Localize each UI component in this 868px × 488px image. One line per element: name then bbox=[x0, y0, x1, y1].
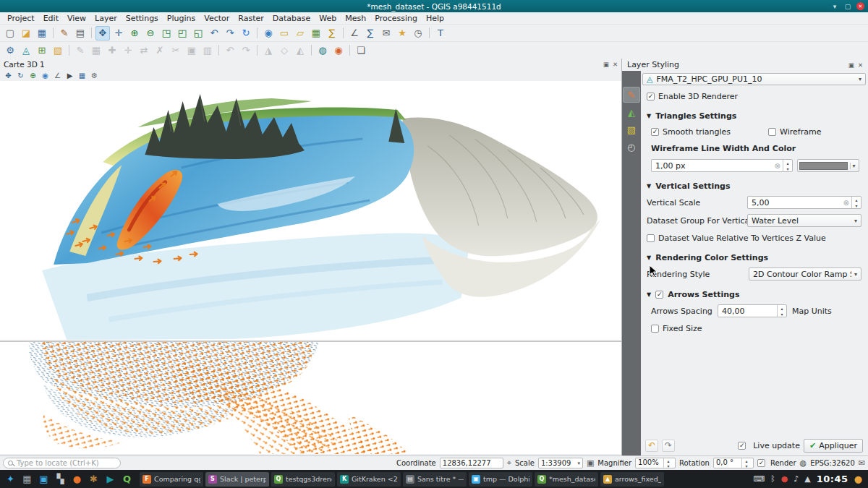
dataset-relative-checkbox[interactable] bbox=[647, 234, 655, 242]
pan-map-icon[interactable]: ✥ bbox=[95, 26, 110, 40]
toolbar-separator[interactable] bbox=[69, 45, 69, 56]
close-panel-icon[interactable]: ✕ bbox=[613, 61, 618, 68]
save-project-icon[interactable]: ▦ bbox=[35, 26, 49, 40]
spinner-control[interactable]: ▴▾ bbox=[851, 197, 861, 208]
maximize-icon[interactable]: ▢ bbox=[843, 2, 852, 11]
scale-combo[interactable]: 1:33909 ▾ bbox=[538, 458, 583, 468]
clock[interactable]: 10:45 bbox=[817, 474, 848, 484]
menu-item[interactable]: Processing bbox=[370, 14, 422, 23]
zoom-selection-icon[interactable]: ◱ bbox=[191, 26, 205, 40]
statistics-icon[interactable]: ∑ bbox=[363, 26, 378, 40]
map-2d-canvas[interactable] bbox=[0, 341, 621, 454]
arrows-section-header[interactable]: ▼ Arrows Settings bbox=[647, 290, 861, 299]
toolbar-separator[interactable] bbox=[311, 45, 312, 56]
data-source-manager-icon[interactable]: ▧ bbox=[51, 43, 65, 58]
coordinate-input[interactable]: 12836,12277 bbox=[440, 458, 503, 468]
open-project-icon[interactable]: ◪ bbox=[19, 26, 33, 40]
triangles-section-header[interactable]: ▼ Triangles Settings bbox=[647, 111, 861, 121]
undo-icon[interactable]: ↶ bbox=[223, 43, 237, 58]
crs-button[interactable]: EPSG:32620 bbox=[810, 459, 855, 467]
zoom-next-icon[interactable]: ↷ bbox=[223, 26, 237, 40]
keyboard-layout-icon[interactable]: ⌨ bbox=[753, 474, 765, 484]
spinner-control[interactable]: ▴▾ bbox=[783, 160, 792, 171]
zoom-out-icon[interactable]: ⊖ bbox=[143, 26, 158, 40]
map-3d-canvas[interactable] bbox=[0, 81, 621, 341]
menu-item[interactable]: Project bbox=[3, 14, 39, 23]
select-features-icon[interactable]: ▭ bbox=[277, 26, 292, 40]
toolbar-separator[interactable] bbox=[91, 27, 92, 38]
symbology-tab-icon[interactable]: ✎ bbox=[623, 87, 640, 103]
taskbar-window-firefox[interactable]: F Comparing qgi... bbox=[140, 472, 203, 487]
close-icon[interactable]: ✕ bbox=[856, 2, 864, 10]
zoom-last-icon[interactable]: ↶ bbox=[207, 26, 221, 40]
wireframe-width-input[interactable]: 1,00 px ⊗ ▴▾ bbox=[651, 159, 793, 172]
live-update-checkbox[interactable] bbox=[738, 442, 746, 450]
layout-manager-icon[interactable]: ▤ bbox=[73, 26, 88, 40]
browser-icon[interactable]: ● bbox=[69, 471, 85, 487]
apply-button[interactable]: ✔ Appliquer bbox=[804, 439, 863, 453]
move-feature-icon[interactable]: ⇄ bbox=[137, 43, 151, 58]
pager-icon[interactable]: ▦ bbox=[20, 471, 35, 487]
arrows-spacing-input[interactable]: 40,00 ▴▾ bbox=[718, 304, 787, 317]
layer-selector[interactable]: ◬ FMA_T2_HPC_GPU_PU1_10 ▾ bbox=[642, 73, 866, 85]
spinner-control[interactable]: ▴▾ bbox=[777, 305, 786, 317]
toolbar-separator[interactable] bbox=[257, 27, 258, 38]
menu-item[interactable]: View bbox=[63, 14, 90, 23]
taskbar-window-slack[interactable]: S Slack | peterp ... bbox=[205, 472, 269, 487]
redo-style-icon[interactable]: ↷ bbox=[662, 440, 675, 452]
animation-3d-icon[interactable]: ▶ bbox=[64, 71, 76, 81]
paste-features-icon[interactable]: ▥ bbox=[200, 43, 215, 58]
float-panel-icon[interactable]: ▣ bbox=[848, 61, 854, 69]
spinner-control[interactable]: ▴▾ bbox=[741, 458, 751, 468]
new-bookmark-icon[interactable]: ★ bbox=[395, 26, 409, 40]
zoom-layer-icon[interactable]: ◰ bbox=[175, 26, 190, 40]
qgis-launcher-icon[interactable]: Q bbox=[119, 471, 135, 487]
menu-item[interactable]: Layer bbox=[90, 14, 122, 23]
geocoder-icon[interactable]: ◉ bbox=[331, 43, 346, 58]
copy-features-icon[interactable]: ▣ bbox=[184, 43, 199, 58]
toolbar-separator[interactable] bbox=[349, 45, 350, 56]
terminal-icon[interactable]: ▚ bbox=[53, 471, 68, 487]
new-project-icon[interactable]: ▢ bbox=[3, 26, 17, 40]
mesh-select-icon[interactable]: ◇ bbox=[277, 43, 292, 58]
redo-icon[interactable]: ↷ bbox=[239, 43, 253, 58]
measure-3d-icon[interactable]: ∠ bbox=[51, 71, 64, 81]
menu-item[interactable]: Vector bbox=[200, 14, 234, 23]
export-3d-icon[interactable]: ▦ bbox=[76, 71, 88, 81]
vertical-section-header[interactable]: ▼ Vertical Settings bbox=[647, 181, 861, 191]
clear-icon[interactable]: ⊗ bbox=[843, 199, 849, 207]
toolbar-separator[interactable] bbox=[343, 27, 344, 38]
rotation-input[interactable]: 0,0 ° ▴▾ bbox=[713, 458, 754, 468]
titlebar[interactable]: *mesh_dataset - QGIS a98441511d ▾▢✕ bbox=[0, 0, 868, 12]
menu-item[interactable]: Mesh bbox=[341, 14, 370, 23]
magnifier-input[interactable]: 100% ▴▾ bbox=[635, 458, 676, 468]
taskbar-window-dolphin[interactable]: ▣ tmp — Dolphin bbox=[469, 472, 532, 487]
pan-3d-icon[interactable]: ✥ bbox=[2, 71, 14, 81]
taskbar-window-editor[interactable]: ▤ Sans titre * — ... bbox=[403, 472, 467, 487]
field-calculator-icon[interactable]: ∑ bbox=[325, 26, 339, 40]
toolbar-separator[interactable] bbox=[429, 27, 430, 38]
identify-icon[interactable]: ◉ bbox=[261, 26, 276, 40]
locate-input[interactable]: Type to locate (Ctrl+K) bbox=[3, 458, 121, 468]
text-annotation-icon[interactable]: T bbox=[433, 26, 448, 40]
volume-icon[interactable]: ♪ bbox=[793, 474, 799, 484]
georeferencer-icon[interactable]: ⊞ bbox=[35, 43, 49, 58]
taskbar-window-qgis-test[interactable]: Q testqgs3drend... bbox=[271, 472, 335, 487]
mic-muted-icon[interactable]: ● bbox=[781, 474, 788, 484]
rotate-3d-icon[interactable]: ↻ bbox=[14, 71, 27, 81]
smooth-triangles-checkbox[interactable] bbox=[651, 128, 659, 136]
history-tab-icon[interactable]: ◴ bbox=[623, 139, 640, 155]
cut-features-icon[interactable]: ✂ bbox=[169, 43, 183, 58]
toolbar-separator[interactable] bbox=[257, 45, 258, 56]
mesh-transform-icon[interactable]: ◭ bbox=[293, 43, 307, 58]
delete-selected-icon[interactable]: ✗ bbox=[153, 43, 167, 58]
bluetooth-icon[interactable]: ᛒ bbox=[770, 474, 775, 484]
paw-icon[interactable]: ✱ bbox=[86, 471, 101, 487]
wireframe-checkbox[interactable] bbox=[768, 128, 776, 136]
menu-item[interactable]: Raster bbox=[234, 14, 268, 23]
measure-icon[interactable]: ∠ bbox=[347, 26, 362, 40]
style-manager-icon[interactable]: ✎ bbox=[57, 26, 72, 40]
transparency-tab-icon[interactable]: ▧ bbox=[623, 121, 640, 137]
add-feature-icon[interactable]: ✚ bbox=[105, 43, 119, 58]
panel-toggle-icon[interactable]: ❏ bbox=[354, 43, 368, 58]
